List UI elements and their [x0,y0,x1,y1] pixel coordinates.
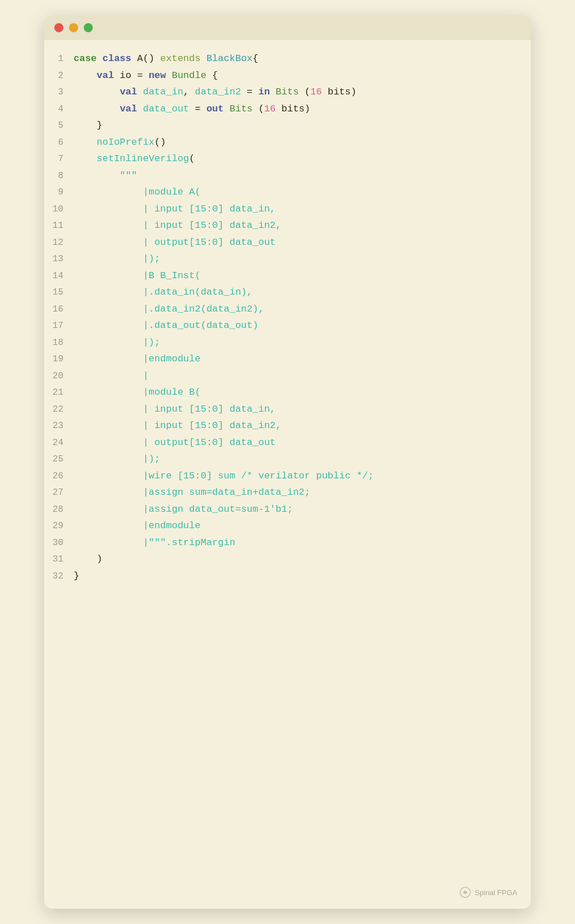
line-number: 32 [44,569,74,585]
table-row: 11 | input [15:0] data_in2, [44,217,531,234]
titlebar [44,15,531,40]
line-content: | input [15:0] data_in2, [74,217,531,234]
line-content: ) [74,551,531,567]
line-content: | input [15:0] data_in2, [74,417,531,434]
code-token: |); [74,253,160,264]
table-row: 29 |endmodule [44,517,531,534]
close-button[interactable] [54,23,63,32]
table-row: 21 |module B( [44,384,531,401]
line-number: 12 [44,235,74,251]
table-row: 3 val data_in, data_in2 = in Bits (16 bi… [44,84,531,101]
table-row: 4 val data_out = out Bits (16 bits) [44,101,531,118]
code-token [166,70,171,81]
code-token: ( [299,87,310,97]
line-number: 2 [44,68,74,84]
code-token: |module B( [74,387,200,398]
watermark-text: Spinal FPGA [475,888,517,897]
code-token: |wire [15:0] sum /* verilator public */; [74,470,374,481]
maximize-button[interactable] [84,23,93,32]
code-token: A() [131,53,160,64]
spinal-logo-icon [459,886,471,899]
table-row: 6 noIoPrefix() [44,134,531,151]
code-area: 1case class A() extends BlackBox{2 val i… [44,40,531,595]
code-token [74,87,120,97]
code-token: data_in2 [195,87,241,97]
code-token: val [120,87,138,97]
line-number: 22 [44,402,74,418]
code-token: |module A( [74,187,200,197]
line-number: 11 [44,218,74,234]
line-content: |.data_in2(data_in2), [74,301,531,317]
code-token: extends [160,53,200,64]
table-row: 19 |endmodule [44,351,531,368]
table-row: 24 | output[15:0] data_out [44,434,531,451]
code-token: class [102,53,131,64]
line-number: 31 [44,552,74,568]
line-number: 15 [44,285,74,301]
code-token: setInlineVerilog [97,153,189,164]
line-content: |assign data_out=sum-1'b1; [74,501,531,517]
table-row: 14 |B B_Inst( [44,267,531,284]
code-token: { [252,53,258,64]
code-token: Bits [276,87,299,97]
code-token: BlackBox [207,53,253,64]
code-token: |assign data_out=sum-1'b1; [74,504,293,515]
table-row: 23 | input [15:0] data_in2, [44,417,531,434]
code-token: bits) [322,87,357,97]
line-number: 18 [44,335,74,351]
line-number: 24 [44,435,74,451]
minimize-button[interactable] [69,23,78,32]
code-token: { [207,70,218,81]
code-token: data_out [143,103,189,114]
line-content: val data_out = out Bits (16 bits) [74,101,531,117]
code-token [74,103,120,114]
line-content: |); [74,451,531,467]
line-content: setInlineVerilog( [74,150,531,167]
line-content: |module B( [74,384,531,400]
line-number: 25 [44,452,74,468]
table-row: 13 |); [44,251,531,267]
code-token: |""".stripMargin [74,537,235,548]
table-row: 16 |.data_in2(data_in2), [44,301,531,318]
code-token: |.data_in(data_in), [74,287,252,297]
code-token: | input [15:0] data_in, [74,204,276,214]
line-number: 13 [44,252,74,267]
line-content: | input [15:0] data_in, [74,201,531,217]
code-token: out [207,103,224,114]
line-number: 16 [44,302,74,318]
code-token: bits) [276,103,310,114]
line-content: } [74,568,531,584]
line-number: 21 [44,385,74,401]
code-token: |B B_Inst( [74,270,200,281]
line-number: 14 [44,269,74,284]
code-token: |endmodule [74,353,200,364]
line-content: |""".stripMargin [74,534,531,551]
line-number: 8 [44,169,74,184]
line-number: 10 [44,202,74,218]
line-content: |.data_in(data_in), [74,284,531,300]
code-token: |assign sum=data_in+data_in2; [74,487,310,498]
code-token [270,87,276,97]
line-content: | [74,368,531,384]
line-number: 19 [44,352,74,368]
line-content: val io = new Bundle { [74,67,531,84]
code-token [200,53,206,64]
table-row: 26 |wire [15:0] sum /* verilator public … [44,468,531,485]
table-row: 15 |.data_in(data_in), [44,284,531,301]
table-row: 20 | [44,368,531,385]
line-content: |endmodule [74,517,531,534]
code-token: Bundle [171,70,206,81]
line-content: | output[15:0] data_out [74,434,531,451]
code-token [74,153,97,164]
code-token: """ [74,170,137,181]
code-token: Bits [229,103,252,114]
line-content: case class A() extends BlackBox{ [74,50,531,67]
line-number: 29 [44,519,74,534]
code-token [224,103,229,114]
table-row: 27 |assign sum=data_in+data_in2; [44,484,531,501]
line-content: |B B_Inst( [74,267,531,284]
line-content: |assign sum=data_in+data_in2; [74,484,531,500]
table-row: 9 |module A( [44,184,531,201]
code-token: | input [15:0] data_in, [74,404,276,414]
code-token: 16 [264,103,276,114]
